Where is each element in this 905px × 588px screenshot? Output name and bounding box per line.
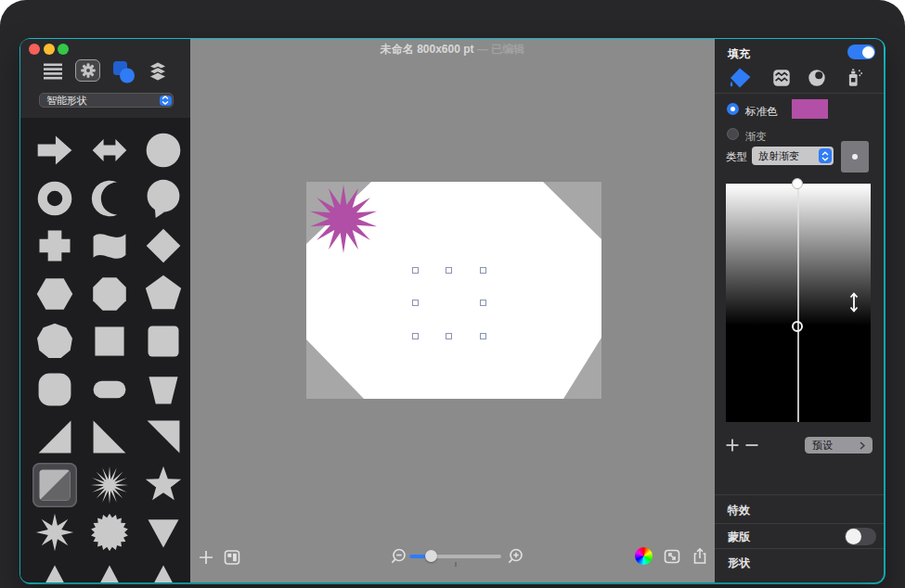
expand-icon[interactable] xyxy=(663,547,681,569)
gradient-type-dropdown[interactable]: 放射渐变 xyxy=(752,147,834,165)
shape-library-scroll xyxy=(20,118,190,582)
zoom-button[interactable] xyxy=(58,44,69,55)
gradient-editor[interactable] xyxy=(726,184,871,422)
presets-button[interactable]: 预设 xyxy=(805,437,873,454)
gradient-stop[interactable] xyxy=(792,321,803,332)
shape-triangle-up[interactable] xyxy=(141,558,186,583)
layers-icon[interactable] xyxy=(146,59,170,83)
shape-triangle-up[interactable] xyxy=(87,558,132,583)
zoom-out-icon[interactable] xyxy=(389,547,407,569)
gradient-radio[interactable] xyxy=(727,128,739,140)
shading-fill-tab[interactable] xyxy=(806,67,828,89)
shape-seal[interactable] xyxy=(87,510,132,555)
shape-star-8[interactable] xyxy=(32,510,77,555)
shape-grid xyxy=(20,118,190,582)
zoom-slider-knob[interactable] xyxy=(425,550,437,562)
gradient-style-button[interactable] xyxy=(841,141,869,173)
divider xyxy=(715,523,884,524)
shape-library-panel: 智能形状 xyxy=(20,39,190,582)
minimize-button[interactable] xyxy=(44,44,55,55)
color-wheel-icon[interactable] xyxy=(635,547,653,565)
gradient-reverse-icon[interactable] xyxy=(847,290,860,318)
dropdown-stepper-icon xyxy=(819,148,832,163)
selection-handle[interactable] xyxy=(480,333,486,339)
shape-squircle[interactable] xyxy=(32,367,77,412)
divider xyxy=(715,93,884,94)
shape-hexagon[interactable] xyxy=(32,272,77,316)
selection-handle[interactable] xyxy=(412,333,419,339)
shape-triangle-up[interactable] xyxy=(32,558,77,583)
shape-pill[interactable] xyxy=(87,367,132,412)
shape-octagon[interactable] xyxy=(87,272,132,316)
shape-diagonal-square[interactable] xyxy=(32,463,77,507)
share-icon[interactable] xyxy=(691,546,709,569)
shape-star-5[interactable] xyxy=(141,463,186,507)
selection-handle[interactable] xyxy=(480,300,486,306)
document-name: 未命名 800x600 pt xyxy=(381,43,474,56)
shape-triangle-tr[interactable] xyxy=(141,415,186,459)
document-title: 未命名 800x600 pt — 已编辑 xyxy=(190,42,715,58)
mask-toggle[interactable] xyxy=(845,528,876,545)
shape-trapezoid[interactable] xyxy=(141,367,186,412)
divider xyxy=(715,494,884,495)
shape-pentagon[interactable] xyxy=(141,272,186,316)
traffic-lights xyxy=(29,44,69,55)
texture-fill-tab[interactable] xyxy=(770,67,793,89)
app-window: 智能形状 未命名 800x600 pt — 已编辑 xyxy=(20,39,884,582)
zoom-in-icon[interactable] xyxy=(506,547,524,569)
zoom-default-tick xyxy=(455,562,457,567)
library-dropdown[interactable]: 智能形状 xyxy=(39,93,174,108)
mask-section-header[interactable]: 蒙版 xyxy=(728,530,750,545)
selection-handle[interactable] xyxy=(412,267,419,274)
screenshot: 智能形状 未命名 800x600 pt — 已编辑 xyxy=(0,0,905,588)
shape-diamond[interactable] xyxy=(141,224,186,268)
artboards-icon[interactable] xyxy=(223,548,241,570)
canvas-area[interactable]: 未命名 800x600 pt — 已编辑 xyxy=(190,39,715,582)
type-label: 类型 xyxy=(726,150,747,164)
presets-label: 预设 xyxy=(812,439,833,453)
menu-icon[interactable] xyxy=(43,59,63,83)
chevron-right-icon xyxy=(860,441,865,450)
selection-handle[interactable] xyxy=(412,300,419,306)
shape-square[interactable] xyxy=(87,319,132,364)
shape-ring[interactable] xyxy=(32,176,77,221)
standard-color-radio[interactable] xyxy=(727,103,739,115)
shape-nonagon[interactable] xyxy=(32,319,77,364)
shape-wave-flag[interactable] xyxy=(87,224,132,268)
shape-crescent[interactable] xyxy=(87,176,132,221)
color-fill-tab[interactable] xyxy=(729,67,751,89)
close-button[interactable] xyxy=(29,44,40,55)
shape-triangle-down[interactable] xyxy=(141,510,186,555)
shape-triangle-br[interactable] xyxy=(32,415,77,459)
shape-section-header[interactable]: 形状 xyxy=(728,556,750,571)
fill-section-title: 填充 xyxy=(728,46,750,62)
shape-rounded-square[interactable] xyxy=(141,319,186,364)
shape-arrow-right[interactable] xyxy=(32,128,77,173)
shape-circle[interactable] xyxy=(141,128,186,173)
gradient-type-value: 放射渐变 xyxy=(758,150,799,161)
gradient-stop[interactable] xyxy=(792,178,803,189)
zoom-slider-track[interactable] xyxy=(409,555,501,558)
selection-handle[interactable] xyxy=(446,267,452,274)
selection-handle[interactable] xyxy=(480,267,486,274)
edited-badge: 已编辑 xyxy=(491,43,524,56)
artboard[interactable] xyxy=(306,182,601,399)
inspector-panel: 填充 标准色 渐变 类型 放射渐变 xyxy=(715,39,884,582)
effects-section-header[interactable]: 特效 xyxy=(728,503,750,518)
spray-fill-tab[interactable] xyxy=(842,67,864,89)
shapes-icon[interactable] xyxy=(111,59,136,83)
shape-speech-bubble[interactable] xyxy=(141,176,186,221)
library-dropdown-value: 智能形状 xyxy=(46,95,87,106)
add-artboard-icon[interactable] xyxy=(199,550,213,569)
smart-settings-icon[interactable] xyxy=(75,59,100,82)
shape-cross[interactable] xyxy=(32,224,77,268)
selection-handle[interactable] xyxy=(446,333,452,339)
canvas-star[interactable] xyxy=(306,182,381,256)
remove-stop-button[interactable] xyxy=(745,439,758,455)
standard-color-swatch[interactable] xyxy=(792,99,828,119)
add-stop-button[interactable] xyxy=(726,439,739,455)
shape-arrow-left-right[interactable] xyxy=(87,128,132,173)
shape-starburst[interactable] xyxy=(87,463,132,507)
fill-toggle[interactable] xyxy=(847,45,875,59)
shape-triangle-bl[interactable] xyxy=(87,415,132,459)
